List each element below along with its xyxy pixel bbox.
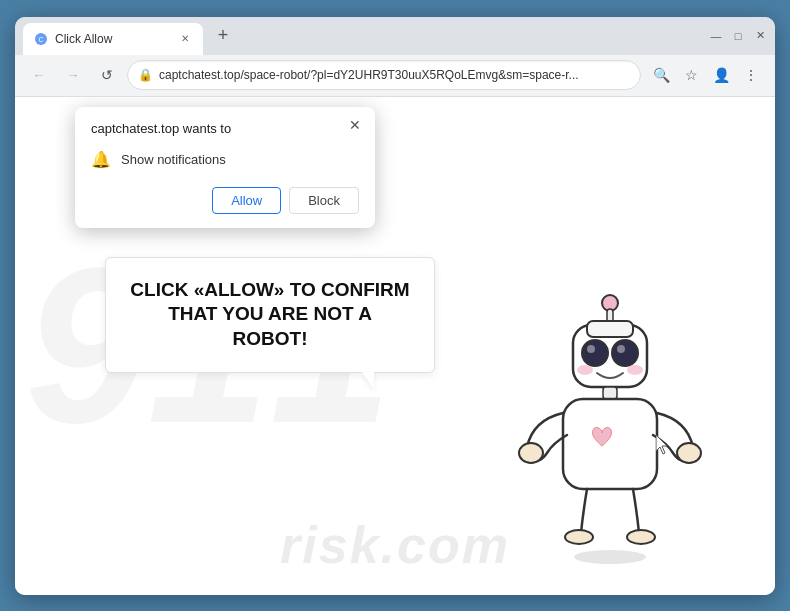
svg-point-18 xyxy=(574,550,646,564)
address-bar[interactable]: 🔒 captchatest.top/space-robot/?pl=dY2UHR… xyxy=(127,60,641,90)
maximize-button[interactable]: □ xyxy=(731,29,745,43)
bell-icon: 🔔 xyxy=(91,150,111,169)
tab-title: Click Allow xyxy=(55,32,112,46)
profile-icon-button[interactable]: 👤 xyxy=(707,61,735,89)
navigation-bar: ← → ↺ 🔒 captchatest.top/space-robot/?pl=… xyxy=(15,55,775,97)
svg-point-17 xyxy=(627,530,655,544)
svg-point-16 xyxy=(565,530,593,544)
svg-point-11 xyxy=(627,365,643,375)
allow-button[interactable]: Allow xyxy=(212,187,281,214)
svg-point-6 xyxy=(582,340,608,366)
svg-rect-12 xyxy=(603,387,617,399)
refresh-button[interactable]: ↺ xyxy=(93,61,121,89)
popup-permission-row: 🔔 Show notifications xyxy=(91,146,359,173)
back-button[interactable]: ← xyxy=(25,61,53,89)
tab-close-button[interactable]: ✕ xyxy=(177,31,193,47)
robot-illustration xyxy=(505,285,715,585)
lock-icon: 🔒 xyxy=(138,68,153,82)
close-window-button[interactable]: ✕ xyxy=(753,29,767,43)
svg-point-7 xyxy=(587,345,595,353)
svg-point-8 xyxy=(612,340,638,366)
popup-actions: Allow Block xyxy=(91,187,359,214)
svg-point-14 xyxy=(519,443,543,463)
popup-title: captchatest.top wants to xyxy=(91,121,359,136)
svg-text:C: C xyxy=(38,36,43,43)
bookmark-icon-button[interactable]: ☆ xyxy=(677,61,705,89)
window-controls: — □ ✕ xyxy=(709,29,767,43)
browser-tab[interactable]: C Click Allow ✕ xyxy=(23,23,203,55)
message-text: CLICK «ALLOW» TO CONFIRM THAT YOU ARE NO… xyxy=(130,278,410,352)
watermark-text: risk.com xyxy=(280,515,510,575)
svg-rect-5 xyxy=(587,321,633,337)
page-content: 911 risk.com ✕ captchatest.top wants to … xyxy=(15,97,775,595)
popup-close-button[interactable]: ✕ xyxy=(345,115,365,135)
url-text: captchatest.top/space-robot/?pl=dY2UHR9T… xyxy=(159,68,630,82)
svg-rect-13 xyxy=(563,399,657,489)
title-bar: C Click Allow ✕ + — □ ✕ xyxy=(15,17,775,55)
svg-point-15 xyxy=(677,443,701,463)
menu-icon-button[interactable]: ⋮ xyxy=(737,61,765,89)
new-tab-button[interactable]: + xyxy=(209,22,237,50)
block-button[interactable]: Block xyxy=(289,187,359,214)
svg-point-9 xyxy=(617,345,625,353)
search-icon-button[interactable]: 🔍 xyxy=(647,61,675,89)
browser-window: C Click Allow ✕ + — □ ✕ ← → xyxy=(15,17,775,595)
minimize-button[interactable]: — xyxy=(709,29,723,43)
permission-popup: ✕ captchatest.top wants to 🔔 Show notifi… xyxy=(75,107,375,228)
forward-button[interactable]: → xyxy=(59,61,87,89)
popup-permission-label: Show notifications xyxy=(121,152,226,167)
svg-point-10 xyxy=(577,365,593,375)
tab-favicon: C xyxy=(33,31,49,47)
nav-right-icons: 🔍 ☆ 👤 ⋮ xyxy=(647,61,765,89)
message-box: CLICK «ALLOW» TO CONFIRM THAT YOU ARE NO… xyxy=(105,257,435,373)
